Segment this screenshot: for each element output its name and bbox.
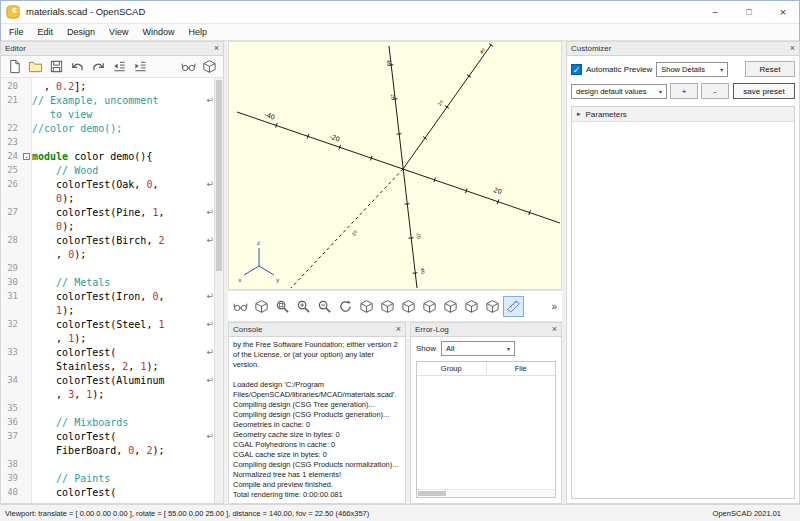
save-preset-button[interactable]: save preset xyxy=(733,83,795,99)
measure-distance-button[interactable] xyxy=(503,296,524,317)
editor-close-icon[interactable]: × xyxy=(214,44,219,53)
code-row: 33 colorTest(↵ xyxy=(1,345,214,359)
column-header-file[interactable]: File xyxy=(486,362,556,375)
column-header-group[interactable]: Group xyxy=(417,362,486,375)
show-filter-label: Show xyxy=(416,344,436,353)
view-all-button[interactable] xyxy=(272,296,293,317)
close-button[interactable]: × xyxy=(766,0,800,23)
chevron-down-icon: ▾ xyxy=(501,345,510,352)
console-line: CGAL cache size in bytes: 0 xyxy=(233,450,401,460)
save-button[interactable] xyxy=(46,56,67,77)
view-bottom-button[interactable] xyxy=(398,296,419,317)
viewport-status-text: Viewport: translate = [ 0.00 0.00 0.00 ]… xyxy=(5,509,369,518)
preset-select[interactable]: design default values ▾ xyxy=(571,84,667,99)
code-row: 37 colorTest(↵ xyxy=(1,429,214,443)
error-log-controls: Show All ▾ xyxy=(411,337,561,359)
console-line: Geometry cache size in bytes: 0 xyxy=(233,430,401,440)
show-details-select[interactable]: Show Details ▾ xyxy=(656,62,728,77)
error-log-scrollbar-thumb[interactable] xyxy=(418,491,446,496)
view-right-button[interactable] xyxy=(356,296,377,317)
severity-filter-select[interactable]: All ▾ xyxy=(441,341,515,356)
menu-item-help[interactable]: Help xyxy=(181,24,214,40)
preview-button[interactable] xyxy=(178,56,199,77)
zoom-in-icon xyxy=(296,299,311,314)
svg-text:z: z xyxy=(257,239,260,246)
automatic-preview-checkbox[interactable]: ✓ xyxy=(571,64,582,75)
zoom-out-button[interactable] xyxy=(314,296,335,317)
zoom-in-button[interactable] xyxy=(293,296,314,317)
error-log-horizontal-scrollbar[interactable] xyxy=(417,489,555,497)
console-output[interactable]: by the Free Software Foundation; either … xyxy=(229,337,405,503)
console-line: CGAL Polyhedrons in cache: 0 xyxy=(233,440,401,450)
open-icon xyxy=(28,59,43,74)
console-line: Compiling design (CSG Tree generation)..… xyxy=(233,400,401,410)
customizer-close-icon[interactable]: × xyxy=(790,44,795,53)
remove-preset-button[interactable]: - xyxy=(701,83,729,99)
unindent-button[interactable] xyxy=(109,56,130,77)
svg-text:x: x xyxy=(238,276,242,283)
fold-marker-icon[interactable]: - xyxy=(23,153,30,160)
menu-item-window[interactable]: Window xyxy=(135,24,181,40)
preview-button[interactable] xyxy=(230,296,251,317)
console-line: Geometries in cache: 0 xyxy=(233,420,401,430)
minimize-button[interactable]: – xyxy=(698,0,732,23)
code-editor[interactable]: 20 , 0.2];21// Example, uncomment↵ to vi… xyxy=(1,78,223,503)
console-line: Total rendering time: 0:00:00.081 xyxy=(233,490,401,500)
main-area: Editor × 20 , 0.2];21// Example, uncomme… xyxy=(0,41,800,504)
window-title: materials.scad - OpenSCAD xyxy=(26,6,145,17)
3d-viewport[interactable]: -40 -20 20 20 40 20 20 40 20 40 xyxy=(228,41,562,290)
add-preset-button[interactable]: + xyxy=(670,83,698,99)
code-row: , 3, 1); xyxy=(1,387,214,401)
window-controls: – □ × xyxy=(698,0,800,23)
redo-button[interactable] xyxy=(88,56,109,77)
measure-distance-icon xyxy=(506,299,521,314)
parameters-label: Parameters xyxy=(586,110,627,119)
menu-item-design[interactable]: Design xyxy=(60,24,102,40)
svg-text:20: 20 xyxy=(492,186,502,196)
undo-button[interactable] xyxy=(67,56,88,77)
editor-vertical-scrollbar[interactable] xyxy=(214,78,223,503)
code-rows: 20 , 0.2];21// Example, uncomment↵ to vi… xyxy=(1,79,214,499)
code-row: 31 colorTest(Iron, 0,↵ xyxy=(1,289,214,303)
customizer-row-2: design default values ▾ + - save preset xyxy=(571,83,795,99)
unindent-icon xyxy=(112,59,127,74)
customizer-body: ✓ Automatic Preview Show Details ▾ Reset… xyxy=(567,56,799,503)
menu-item-view[interactable]: View xyxy=(102,24,135,40)
code-row: , 1); xyxy=(1,331,214,345)
bottom-dock: Console × by the Free Software Foundatio… xyxy=(228,322,562,504)
editor-scrollbar-thumb[interactable] xyxy=(216,80,222,271)
view-left-icon xyxy=(422,299,437,314)
menu-item-edit[interactable]: Edit xyxy=(31,24,61,40)
new-file-button[interactable] xyxy=(4,56,25,77)
line-wrap-icon: ↵ xyxy=(204,95,214,105)
view-back-button[interactable] xyxy=(461,296,482,317)
line-wrap-icon: ↵ xyxy=(204,319,214,329)
maximize-button[interactable]: □ xyxy=(732,0,766,23)
view-back-icon xyxy=(464,299,479,314)
view-front-button[interactable] xyxy=(440,296,461,317)
error-log-close-icon[interactable]: × xyxy=(552,325,557,334)
reset-button[interactable]: Reset xyxy=(745,61,795,77)
line-wrap-icon: ↵ xyxy=(204,235,214,245)
parameters-section-header[interactable]: ▸ Parameters xyxy=(572,107,794,122)
console-line: Compiling design (CSG Products generatio… xyxy=(233,410,401,420)
code-row: , 0); xyxy=(1,247,214,261)
code-row: 34 colorTest(Aluminum↵ xyxy=(1,373,214,387)
view-top-button[interactable] xyxy=(377,296,398,317)
view-left-button[interactable] xyxy=(419,296,440,317)
render-icon xyxy=(202,59,217,74)
console-close-icon[interactable]: × xyxy=(396,325,401,334)
console-line: Normalized tree has 1 elements! xyxy=(233,470,401,480)
menu-item-file[interactable]: File xyxy=(2,24,31,40)
view-diagonal-button[interactable] xyxy=(482,296,503,317)
toolbar-overflow-button[interactable]: » xyxy=(551,301,560,312)
open-button[interactable] xyxy=(25,56,46,77)
console-line: Compiling design (CSG Products normaliza… xyxy=(233,460,401,470)
render-button[interactable] xyxy=(251,296,272,317)
customizer-panel: Customizer × ✓ Automatic Preview Show De… xyxy=(566,41,800,504)
reset-view-button[interactable] xyxy=(335,296,356,317)
code-row: 23 xyxy=(1,135,214,149)
indent-button[interactable] xyxy=(130,56,151,77)
customizer-row-1: ✓ Automatic Preview Show Details ▾ Reset xyxy=(571,61,795,77)
render-button[interactable] xyxy=(199,56,220,77)
